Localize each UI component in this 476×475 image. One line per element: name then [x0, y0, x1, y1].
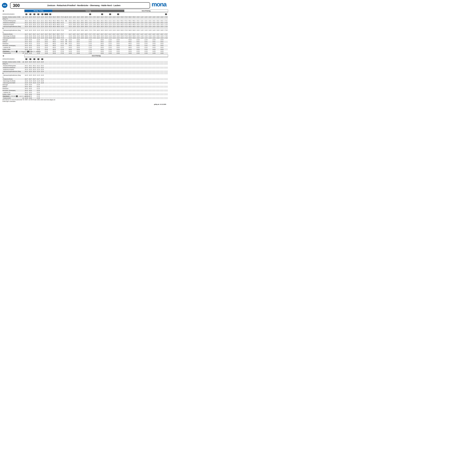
empty-time-cell [116, 74, 120, 78]
hs-cell [156, 13, 160, 15]
time-cell: 23.32 [44, 47, 48, 49]
empty-time-cell [68, 86, 72, 88]
empty-time-cell [100, 74, 104, 78]
stop-row: - Oberwang DACHSER18.2919.2920.2921.2922… [2, 37, 168, 39]
empty-time-cell [136, 69, 140, 70]
stop-name: - Rottachstr./Arbeitsamt [2, 67, 15, 69]
empty-time-cell [32, 93, 36, 95]
empty-time-cell [92, 43, 96, 45]
empty-time-cell [88, 90, 92, 91]
empty-time-cell [84, 84, 88, 86]
time-cell: 07.24 [124, 26, 128, 29]
time-cell: 00.25 [120, 29, 124, 33]
time-cell: 12.21 [144, 20, 148, 22]
time-cell: 19.36 [28, 52, 32, 54]
route-box: 300 Zentrum - Rottachstr./Friedhof - Nor… [10, 2, 150, 9]
time-cell: 07.32 [60, 43, 64, 45]
empty-time-cell [116, 78, 120, 80]
time-cell: 23.23 [116, 24, 120, 26]
empty-time-cell [160, 80, 164, 82]
empty-time-cell [80, 52, 84, 54]
time-cell: 18.24 [24, 70, 28, 74]
time-cell: 19.31 [100, 41, 104, 43]
stop-name-cell: - Memminger Str./Breite [2, 80, 24, 82]
empty-time-cell [104, 78, 108, 80]
empty-time-cell [32, 45, 36, 47]
time-cell: 14.28 [68, 35, 72, 37]
time-cell: 22.25 [112, 29, 116, 33]
time-cell: 06.35 [52, 50, 56, 52]
hs-cell [116, 58, 120, 60]
time-cell: 16.32 [160, 45, 164, 47]
time-cell: 16.34 [160, 49, 164, 50]
empty-time-cell [76, 80, 80, 82]
hs-cell [80, 13, 84, 15]
empty-time-cell [112, 52, 116, 54]
empty-time-cell [72, 43, 76, 45]
empty-time-cell [152, 78, 156, 80]
time-cell: 11.21 [140, 20, 144, 22]
time-cell: 22.23 [112, 24, 116, 26]
empty-time-cell [160, 61, 164, 65]
time-cell: 15.25 [156, 29, 160, 33]
empty-time-cell [152, 80, 156, 82]
stop-name-cell: - Laubener Str. [2, 47, 24, 49]
empty-time-cell [140, 70, 144, 74]
empty-time-cell [64, 80, 68, 82]
time-cell: 17.53 [92, 24, 96, 26]
empty-time-cell [120, 84, 124, 86]
hs-cell: HS [36, 58, 40, 60]
time-cell: 12.35 [144, 50, 148, 52]
time-cell: 21.32 [36, 88, 40, 90]
empty-time-cell [144, 90, 148, 91]
stop-name: - Laubener Str. [2, 47, 11, 49]
time-cell: 22.29 [112, 37, 116, 39]
empty-time-cell [32, 43, 36, 45]
empty-time-cell [120, 86, 124, 88]
time-cell: 14.36 [68, 52, 72, 54]
empty-time-cell [116, 67, 120, 69]
time-cell: 19.23 [100, 24, 104, 26]
time-cell: 07.27 [60, 33, 64, 35]
time-cell: 08.25 [128, 29, 132, 33]
hs-cell [96, 13, 100, 15]
time-cell: 21.21 [36, 20, 40, 22]
time-cell: 07.24 [60, 26, 64, 29]
time-cell: 18.30 [24, 39, 28, 41]
empty-time-cell [96, 80, 100, 82]
empty-time-cell [132, 52, 136, 54]
hs-badge: HS [37, 14, 39, 15]
time-cell: 14.32 [68, 47, 72, 49]
time-cell: 12.25 [144, 29, 148, 33]
empty-time-cell [140, 65, 144, 67]
time-cell: 15.22 [156, 22, 160, 24]
stop-name-cell: Kempten, Zentrum (ehem. ZUM)(Steig A7)ab [2, 16, 24, 20]
time-cell: 16.54 [84, 26, 88, 29]
time-cell: 18.28 [96, 35, 100, 37]
empty-time-cell [100, 95, 104, 97]
time-cell: 22.28 [40, 35, 44, 37]
stop-row: - Rottachstr./Friedhof18.2319.2320.2321.… [2, 24, 168, 26]
empty-time-cell [76, 61, 80, 65]
time-cell: 23.27 [44, 33, 48, 35]
time-cell: 00.29 [120, 37, 124, 39]
time-cell: 19.32 [100, 47, 104, 49]
empty-time-cell [108, 97, 112, 99]
hs-cell [60, 13, 64, 15]
time-cell: 23.30 [44, 39, 48, 41]
empty-time-cell [92, 52, 96, 54]
empty-time-cell [124, 67, 128, 69]
empty-time-cell [88, 88, 92, 90]
time-cell: 18.32 [24, 88, 28, 90]
departure-arrival-mark: ab [23, 61, 24, 63]
empty-time-cell [164, 67, 168, 69]
stop-row: - Adenauerring/Nordbrücke (Steig 1)18.25… [2, 29, 168, 33]
stop-name: - Adenauerring/Nordbrücke (Steig 6) [2, 70, 21, 74]
time-cell: 07.23 [60, 24, 64, 26]
time-cell: 17.58 [92, 35, 96, 37]
empty-time-cell [72, 41, 76, 43]
empty-time-cell [64, 86, 68, 88]
empty-time-cell [160, 90, 164, 91]
empty-time-cell [44, 84, 48, 86]
empty-time-cell [132, 84, 136, 86]
